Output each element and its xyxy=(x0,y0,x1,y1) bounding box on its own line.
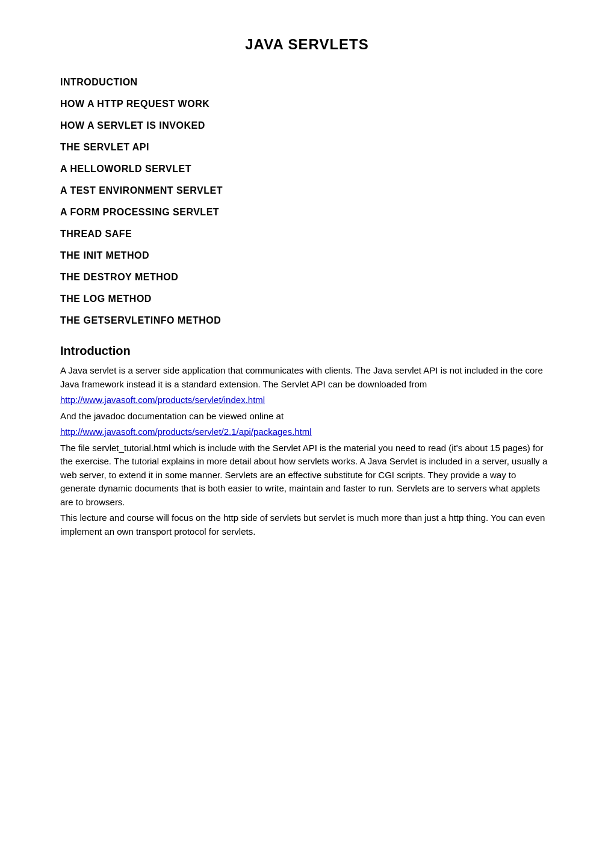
toc-item-log-method: THE LOG METHOD xyxy=(60,294,554,304)
table-of-contents: INTRODUCTION HOW A HTTP REQUEST WORK HOW… xyxy=(60,77,554,326)
introduction-heading: Introduction xyxy=(60,344,554,358)
toc-item-test-environment: A TEST ENVIRONMENT SERVLET xyxy=(60,185,554,196)
toc-item-destroy-method: THE DESTROY METHOD xyxy=(60,272,554,283)
toc-item-introduction: INTRODUCTION xyxy=(60,77,554,88)
intro-para-2: And the javadoc documentation can be vie… xyxy=(60,410,554,423)
page-title: JAVA SERVLETS xyxy=(60,36,554,53)
toc-item-getservletinfo: THE GETSERVLETINFO METHOD xyxy=(60,315,554,326)
toc-item-servlet-api: THE SERVLET API xyxy=(60,142,554,153)
intro-para-4: This lecture and course will focus on th… xyxy=(60,511,554,538)
toc-item-form-processing: A FORM PROCESSING SERVLET xyxy=(60,207,554,218)
introduction-section: Introduction A Java servlet is a server … xyxy=(60,344,554,538)
intro-para-1: A Java servlet is a server side applicat… xyxy=(60,364,554,391)
intro-link-2[interactable]: http://www.javasoft.com/products/servlet… xyxy=(60,425,554,439)
intro-link-1[interactable]: http://www.javasoft.com/products/servlet… xyxy=(60,393,554,407)
introduction-body: A Java servlet is a server side applicat… xyxy=(60,364,554,538)
toc-item-thread-safe: THREAD SAFE xyxy=(60,229,554,239)
toc-item-servlet-invoked: HOW A SERVLET IS INVOKED xyxy=(60,120,554,131)
intro-para-3: The file servlet_tutorial.html which is … xyxy=(60,442,554,509)
toc-item-helloworld: A HELLOWORLD SERVLET xyxy=(60,164,554,174)
toc-item-http-request: HOW A HTTP REQUEST WORK xyxy=(60,99,554,109)
toc-item-init-method: THE INIT METHOD xyxy=(60,250,554,261)
